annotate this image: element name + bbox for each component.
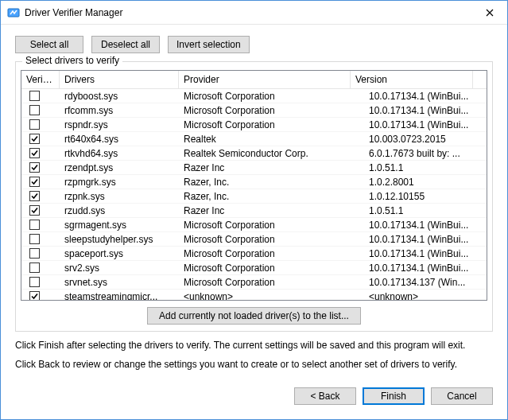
provider-cell: Razer, Inc. <box>179 191 364 202</box>
add-not-loaded-drivers-button[interactable]: Add currently not loaded driver(s) to th… <box>147 307 361 325</box>
column-header-drivers[interactable]: Drivers <box>60 71 179 88</box>
table-row[interactable]: rzudd.sysRazer Inc1.0.51.1 <box>21 204 487 218</box>
verify-checkbox[interactable] <box>29 134 40 144</box>
verify-cell <box>21 262 60 273</box>
finish-button[interactable]: Finish <box>363 387 425 405</box>
verify-cell <box>21 105 60 115</box>
verify-checkbox[interactable] <box>29 91 40 101</box>
table-row[interactable]: rtkvhd64.sysRealtek Semiconductor Corp.6… <box>21 146 487 161</box>
provider-cell: Razer, Inc. <box>179 177 364 188</box>
driver-cell: spaceport.sys <box>60 248 179 259</box>
close-button[interactable] <box>471 1 507 24</box>
version-cell: 10.0.17134.1 (WinBui... <box>364 91 487 102</box>
driver-cell: rtkvhd64.sys <box>60 148 179 159</box>
verify-checkbox[interactable] <box>29 105 40 115</box>
version-cell: 10.0.17134.1 (WinBui... <box>364 119 487 130</box>
table-row[interactable]: rdyboost.sysMicrosoft Corporation10.0.17… <box>21 89 487 103</box>
provider-cell: Realtek Semiconductor Corp. <box>179 148 364 159</box>
driver-cell: rzudd.sys <box>60 205 179 216</box>
verify-checkbox[interactable] <box>29 177 40 187</box>
driver-cell: sgrmagent.sys <box>60 220 179 231</box>
toolbar: Select all Deselect all Invert selection <box>15 36 493 53</box>
verify-cell <box>21 220 60 230</box>
provider-cell: Microsoft Corporation <box>179 234 364 245</box>
table-row[interactable]: srvnet.sysMicrosoft Corporation10.0.1713… <box>21 275 487 290</box>
provider-cell: <unknown> <box>179 291 364 301</box>
verify-cell <box>21 291 60 300</box>
driver-cell: rdyboost.sys <box>60 91 179 102</box>
table-row[interactable]: rzpnk.sysRazer, Inc.1.0.12.10155 <box>21 189 487 204</box>
table-row[interactable]: rzpmgrk.sysRazer, Inc.1.0.2.8001 <box>21 175 487 189</box>
version-cell: 10.0.17134.137 (Win... <box>364 277 487 288</box>
version-cell: 10.0.17134.1 (WinBui... <box>364 220 487 231</box>
driver-cell: rzpnk.sys <box>60 191 179 202</box>
version-cell: 1.0.2.8001 <box>364 177 487 188</box>
back-button[interactable]: < Back <box>294 387 356 405</box>
verify-checkbox[interactable] <box>29 277 40 287</box>
verify-cell <box>21 277 60 287</box>
version-cell: 1.0.12.10155 <box>364 191 487 202</box>
version-cell: 10.0.17134.1 (WinBui... <box>364 234 487 245</box>
driver-cell: rfcomm.sys <box>60 105 179 116</box>
verify-checkbox[interactable] <box>29 205 40 216</box>
verify-cell <box>21 134 60 144</box>
driver-cell: srvnet.sys <box>60 277 179 288</box>
verify-checkbox[interactable] <box>29 162 40 173</box>
verify-checkbox[interactable] <box>29 191 40 201</box>
driver-cell: rzendpt.sys <box>60 162 179 173</box>
provider-cell: Razer Inc <box>179 205 364 216</box>
content-area: Select all Deselect all Invert selection… <box>1 25 507 379</box>
verify-cell <box>21 162 60 173</box>
driver-cell: rzpmgrk.sys <box>60 177 179 188</box>
verify-checkbox[interactable] <box>29 119 40 130</box>
version-cell: 1.0.51.1 <box>364 162 487 173</box>
version-cell: 10.0.17134.1 (WinBui... <box>364 105 487 116</box>
app-icon <box>7 6 20 19</box>
table-row[interactable]: rfcomm.sysMicrosoft Corporation10.0.1713… <box>21 103 487 118</box>
verify-cell <box>21 191 60 201</box>
verify-cell <box>21 119 60 130</box>
column-header-version[interactable]: Version <box>351 71 473 88</box>
table-row[interactable]: spaceport.sysMicrosoft Corporation10.0.1… <box>21 247 487 261</box>
verify-checkbox[interactable] <box>29 220 40 230</box>
verify-cell <box>21 91 60 101</box>
driver-cell: rspndr.sys <box>60 119 179 130</box>
verify-cell <box>21 205 60 216</box>
column-header-verify[interactable]: Verify? <box>21 71 60 88</box>
listview-header: Verify? Drivers Provider Version <box>21 71 487 89</box>
cancel-button[interactable]: Cancel <box>431 387 493 405</box>
help-text-1: Click Finish after selecting the drivers… <box>15 338 493 352</box>
help-text-2: Click Back to review or change the setti… <box>15 357 493 371</box>
verify-checkbox[interactable] <box>29 234 40 244</box>
provider-cell: Realtek <box>179 134 364 145</box>
select-all-button[interactable]: Select all <box>15 36 83 53</box>
table-row[interactable]: rt640x64.sysRealtek10.003.0723.2015 <box>21 132 487 146</box>
verify-checkbox[interactable] <box>29 148 40 158</box>
verify-checkbox[interactable] <box>29 262 40 273</box>
table-row[interactable]: steamstreamingmicr...<unknown><unknown> <box>21 290 487 300</box>
provider-cell: Microsoft Corporation <box>179 220 364 231</box>
table-row[interactable]: rzendpt.sysRazer Inc1.0.51.1 <box>21 161 487 175</box>
add-button-row: Add currently not loaded driver(s) to th… <box>21 301 487 325</box>
table-row[interactable]: rspndr.sysMicrosoft Corporation10.0.1713… <box>21 118 487 132</box>
deselect-all-button[interactable]: Deselect all <box>91 36 160 53</box>
invert-selection-button[interactable]: Invert selection <box>168 36 250 53</box>
verify-checkbox[interactable] <box>29 248 40 259</box>
verify-cell <box>21 148 60 158</box>
version-cell: 10.0.17134.1 (WinBui... <box>364 262 487 274</box>
verify-cell <box>21 248 60 259</box>
table-row[interactable]: sgrmagent.sysMicrosoft Corporation10.0.1… <box>21 218 487 232</box>
version-cell: 1.0.51.1 <box>364 205 487 216</box>
listview-body[interactable]: rdyboost.sysMicrosoft Corporation10.0.17… <box>21 89 487 300</box>
column-header-provider[interactable]: Provider <box>179 71 351 88</box>
provider-cell: Razer Inc <box>179 162 364 173</box>
group-legend: Select drivers to verify <box>22 55 122 66</box>
driver-cell: steamstreamingmicr... <box>60 291 179 301</box>
table-row[interactable]: sleepstudyhelper.sysMicrosoft Corporatio… <box>21 232 487 247</box>
window-title: Driver Verifier Manager <box>25 7 471 18</box>
provider-cell: Microsoft Corporation <box>179 248 364 259</box>
verify-checkbox[interactable] <box>29 291 40 300</box>
table-row[interactable]: srv2.sysMicrosoft Corporation10.0.17134.… <box>21 261 487 275</box>
provider-cell: Microsoft Corporation <box>179 262 364 274</box>
verify-cell <box>21 234 60 244</box>
